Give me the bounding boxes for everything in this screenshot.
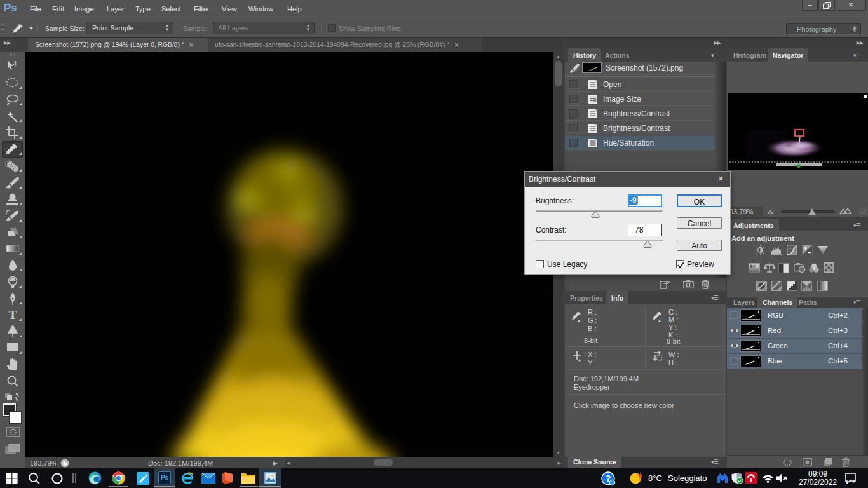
svg-text:T: T [9,309,17,322]
